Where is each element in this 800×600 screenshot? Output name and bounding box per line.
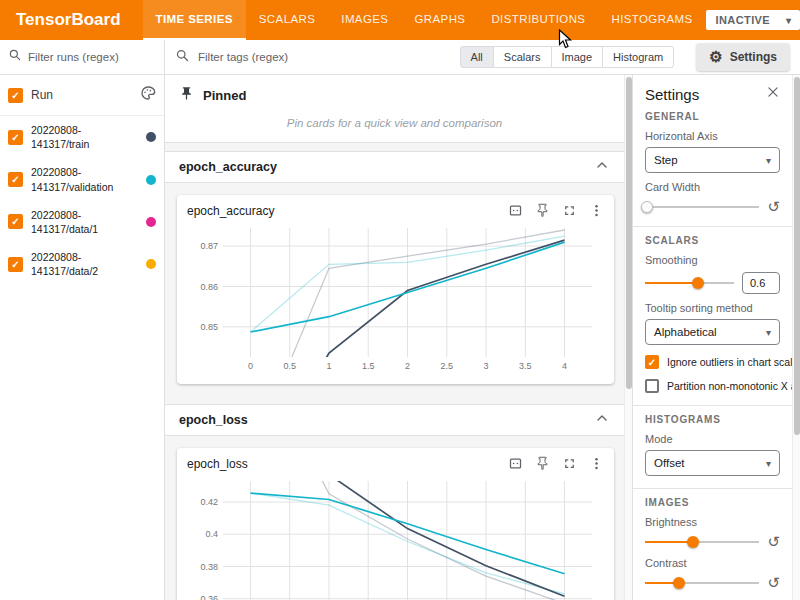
chip-all[interactable]: All — [460, 46, 494, 68]
fullscreen-icon[interactable] — [562, 203, 577, 218]
run-color-dot[interactable] — [146, 259, 156, 269]
card-width-slider[interactable] — [645, 200, 759, 214]
ignore-outliers-checkbox[interactable]: ✓ — [645, 355, 659, 369]
header-actions: INACTIVE ▾ ◐↻⚙? — [706, 10, 800, 30]
contrast-slider[interactable] — [645, 576, 759, 590]
tooltip-sorting-select[interactable]: Alphabetical ▾ — [645, 319, 780, 345]
search-icon — [8, 48, 22, 66]
brightness-label: Brightness — [645, 516, 780, 528]
fit-data-icon[interactable] — [508, 203, 523, 218]
settings-panel-title: Settings — [645, 86, 699, 103]
svg-text:0: 0 — [248, 361, 253, 371]
svg-text:0.36: 0.36 — [200, 594, 218, 600]
smoothing-input[interactable]: 0.6 — [742, 272, 780, 294]
chevron-up-icon[interactable] — [594, 157, 610, 177]
more-options-icon[interactable] — [589, 203, 604, 218]
status-value: INACTIVE — [716, 14, 771, 26]
app-logo[interactable]: TensorBoard — [0, 10, 143, 30]
chevron-down-icon: ▾ — [766, 155, 771, 166]
runs-filter-input[interactable] — [28, 51, 156, 63]
slider-thumb[interactable] — [641, 201, 653, 213]
run-row[interactable]: ✓20220808-141317/validation — [0, 158, 164, 200]
chip-histogram[interactable]: Histogram — [602, 46, 674, 68]
fit-data-icon[interactable] — [508, 456, 523, 471]
main-scrollbar-thumb[interactable] — [626, 77, 632, 389]
slider-thumb[interactable] — [673, 577, 685, 589]
reset-icon[interactable]: ↺ — [767, 199, 780, 214]
brightness-slider[interactable] — [645, 535, 759, 549]
tag-filter-chips: AllScalarsImageHistogram — [460, 46, 675, 68]
section-header-epoch_accuracy[interactable]: epoch_accuracy — [165, 151, 624, 183]
settings-scrollbar[interactable] — [792, 75, 800, 600]
run-checkbox[interactable]: ✓ — [8, 257, 23, 272]
run-color-dot[interactable] — [146, 175, 156, 185]
images-heading: IMAGES — [645, 497, 780, 508]
section-title: epoch_accuracy — [179, 160, 277, 174]
select-all-runs-checkbox[interactable]: ✓ — [8, 88, 23, 103]
fullscreen-icon[interactable] — [562, 456, 577, 471]
run-checkbox[interactable]: ✓ — [8, 130, 23, 145]
ignore-outliers-checkbox-row[interactable]: ✓ Ignore outliers in chart scaling — [645, 355, 780, 369]
chip-scalars[interactable]: Scalars — [493, 46, 552, 68]
tab-distributions[interactable]: DISTRIBUTIONS — [478, 0, 598, 40]
settings-button[interactable]: ⚙ Settings — [696, 43, 790, 71]
tensorboard-app: TensorBoard TIME SERIESSCALARSIMAGESGRAP… — [0, 0, 800, 600]
run-checkbox[interactable]: ✓ — [8, 214, 23, 229]
chart-card-epoch_loss: epoch_loss00.511.522.533.540.360.380.40.… — [177, 448, 614, 600]
palette-icon[interactable] — [140, 85, 156, 105]
pin-outline-icon[interactable] — [535, 203, 550, 218]
ignore-outliers-label: Ignore outliers in chart scaling — [667, 356, 792, 368]
smoothing-slider[interactable] — [645, 276, 734, 290]
chip-image[interactable]: Image — [551, 46, 604, 68]
svg-text:0.86: 0.86 — [200, 282, 218, 292]
reset-icon[interactable]: ↺ — [767, 534, 780, 549]
tooltip-sorting-value: Alphabetical — [654, 326, 717, 338]
run-row[interactable]: ✓20220808-141317/data/2 — [0, 243, 164, 285]
tooltip-sorting-label: Tooltip sorting method — [645, 302, 780, 314]
close-icon[interactable] — [766, 85, 780, 103]
svg-text:0.87: 0.87 — [200, 241, 218, 251]
horizontal-axis-select[interactable]: Step ▾ — [645, 147, 780, 173]
svg-text:0.85: 0.85 — [200, 322, 218, 332]
run-row[interactable]: ✓20220808-141317/data/1 — [0, 201, 164, 243]
chevron-up-icon[interactable] — [594, 410, 610, 430]
divider — [633, 226, 792, 227]
main-scrollbar[interactable] — [624, 75, 632, 600]
svg-text:3: 3 — [483, 361, 488, 371]
line-chart-epoch_accuracy[interactable]: 00.511.522.533.540.850.860.87 — [187, 220, 604, 378]
tab-time-series[interactable]: TIME SERIES — [143, 0, 246, 40]
status-dropdown[interactable]: INACTIVE ▾ — [706, 10, 800, 30]
slider-thumb[interactable] — [692, 277, 704, 289]
histogram-mode-select[interactable]: Offset ▾ — [645, 450, 780, 476]
run-row[interactable]: ✓20220808-141317/train — [0, 116, 164, 158]
line-chart-epoch_loss[interactable]: 00.511.522.533.540.360.380.40.42 — [187, 473, 604, 600]
pin-outline-icon[interactable] — [535, 456, 550, 471]
partition-x-checkbox-row[interactable]: Partition non-monotonic X axis i — [645, 379, 780, 393]
run-color-dot[interactable] — [146, 217, 156, 227]
slider-thumb[interactable] — [687, 536, 699, 548]
section-header-epoch_loss[interactable]: epoch_loss — [165, 404, 624, 436]
svg-text:3.5: 3.5 — [519, 361, 532, 371]
tab-graphs[interactable]: GRAPHS — [401, 0, 478, 40]
pinned-section: Pinned Pin cards for a quick view and co… — [165, 75, 624, 143]
pinned-title: Pinned — [203, 88, 246, 103]
run-name: 20220808-141317/data/2 — [31, 250, 138, 278]
run-checkbox[interactable]: ✓ — [8, 172, 23, 187]
tag-filter-input[interactable] — [198, 51, 452, 63]
settings-scrollbar-thumb[interactable] — [794, 77, 800, 435]
more-options-icon[interactable] — [589, 456, 604, 471]
reset-icon[interactable]: ↺ — [767, 575, 780, 590]
svg-text:1.5: 1.5 — [362, 361, 375, 371]
card-title: epoch_accuracy — [187, 204, 508, 218]
run-color-dot[interactable] — [146, 132, 156, 142]
settings-panel: Settings GENERAL Horizontal Axis Step ▾ … — [632, 75, 800, 600]
tab-histograms[interactable]: HISTOGRAMS — [598, 0, 705, 40]
tab-images[interactable]: IMAGES — [328, 0, 401, 40]
pin-icon — [179, 86, 194, 104]
card-title: epoch_loss — [187, 457, 508, 471]
tab-scalars[interactable]: SCALARS — [246, 0, 329, 40]
partition-x-checkbox[interactable] — [645, 379, 659, 393]
runs-header-row: ✓ Run — [0, 75, 164, 116]
run-name: 20220808-141317/train — [31, 123, 138, 151]
runs-list: ✓20220808-141317/train✓20220808-141317/v… — [0, 116, 164, 285]
